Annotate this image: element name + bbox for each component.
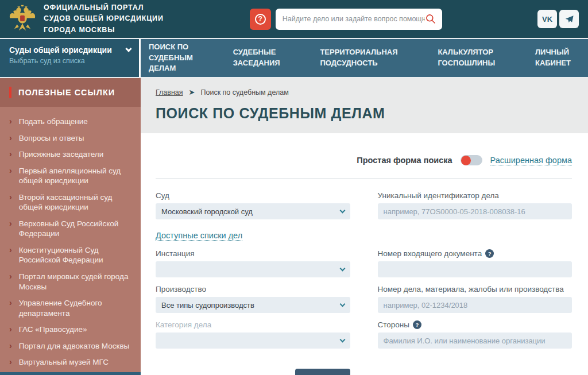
- assistant-help-button[interactable]: ?: [250, 9, 271, 30]
- chevron-right-icon: ›: [9, 298, 12, 318]
- nav-item-personal-cabinet[interactable]: ЛИЧНЫЙ КАБИНЕТ: [535, 47, 571, 69]
- chevron-right-icon: ›: [9, 117, 12, 127]
- sidebar-item-jurors[interactable]: › Присяжные заседатели: [9, 149, 134, 160]
- breadcrumb-block: Главная ➤ Поиск по судебным делам ПОИСК …: [141, 78, 588, 133]
- social-buttons: VK: [537, 10, 579, 28]
- sidebar-item-first-appellate[interactable]: › Первый апелляционный суд общей юрисдик…: [9, 166, 134, 186]
- telegram-button[interactable]: [559, 10, 579, 28]
- incoming-field: [378, 261, 572, 277]
- case-number-input[interactable]: [384, 301, 567, 310]
- chevron-right-icon: ›: [9, 149, 12, 160]
- sidebar-title: ПОЛЕЗНЫЕ ССЫЛКИ: [18, 88, 115, 97]
- category-select[interactable]: [156, 333, 350, 349]
- vk-button[interactable]: VK: [537, 10, 557, 28]
- nav-item-fee-calculator[interactable]: КАЛЬКУЛЯТОР ГОСПОШЛИНЫ: [438, 47, 495, 69]
- breadcrumb-separator-icon: ➤: [189, 88, 195, 96]
- search-form-panel: Простая форма поиска Расширенная форма С…: [141, 155, 588, 375]
- breadcrumb-home-link[interactable]: Главная: [156, 88, 183, 96]
- sidebar-item-second-cassation[interactable]: › Второй кассационный суд общей юрисдикц…: [9, 192, 134, 212]
- sidebar-item-magistrates-portal[interactable]: › Портал мировых судей города Москвы: [9, 272, 134, 292]
- top-header: ОФИЦИАЛЬНЫЙ ПОРТАЛ СУДОВ ОБЩЕЙ ЮРИСДИКЦИ…: [0, 0, 588, 39]
- main-area: ПОЛЕЗНЫЕ ССЫЛКИ › Подать обращение › Воп…: [0, 78, 588, 375]
- chevron-right-icon: ›: [9, 341, 12, 351]
- sidebar: ПОЛЕЗНЫЕ ССЫЛКИ › Подать обращение › Воп…: [0, 78, 141, 375]
- nav-menu: ПОИСК ПО СУДЕБНЫМ ДЕЛАМ СУДЕБНЫЕ ЗАСЕДАН…: [141, 39, 588, 77]
- content: Главная ➤ Поиск по судебным делам ПОИСК …: [141, 78, 588, 375]
- main-nav: Суды общей юрисдикции Выбрать суд из спи…: [0, 39, 588, 78]
- chevron-right-icon: ›: [9, 357, 12, 368]
- available-lists-cell: Доступные списки дел: [156, 227, 350, 242]
- sidebar-item-judicial-department[interactable]: › Управление Судебного департамента: [9, 298, 134, 318]
- page-title: ПОИСК ПО СУДЕБНЫМ ДЕЛАМ: [156, 105, 572, 122]
- chevron-down-icon: [339, 337, 345, 343]
- uid-field-group: Уникальный идентификатор дела: [378, 191, 572, 219]
- spacer-cell: [378, 227, 572, 242]
- nav-item-case-search[interactable]: ПОИСК ПО СУДЕБНЫМ ДЕЛАМ: [149, 42, 193, 75]
- sidebar-list: › Подать обращение › Вопросы и ответы › …: [0, 107, 141, 372]
- instance-field-group: Инстанция: [156, 249, 350, 277]
- accent-bar: [9, 87, 11, 98]
- uid-field: [378, 203, 572, 219]
- sidebar-item-virtual-museum[interactable]: › Виртуальный музей МГС: [9, 357, 134, 368]
- instance-select[interactable]: [156, 261, 350, 277]
- incoming-label: Номер входящего документа ?: [378, 249, 572, 258]
- sidebar-item-constitutional-court[interactable]: › Конституционный Суд Российской Федерац…: [9, 245, 134, 265]
- sidebar-item-faq[interactable]: › Вопросы и ответы: [9, 133, 134, 144]
- sidebar-bottom-strip: [0, 372, 141, 375]
- simple-form-label: Простая форма поиска: [357, 156, 452, 165]
- nav-item-hearings[interactable]: СУДЕБНЫЕ ЗАСЕДАНИЯ: [233, 47, 280, 69]
- chevron-right-icon: ›: [9, 192, 12, 212]
- parties-label: Стороны ?: [378, 320, 572, 329]
- court-select[interactable]: Московский городской суд: [156, 203, 350, 219]
- incoming-input[interactable]: [384, 265, 567, 274]
- help-icon[interactable]: ?: [485, 249, 494, 258]
- chevron-down-icon: [125, 45, 131, 52]
- sidebar-item-supreme-court[interactable]: › Верховный Суд Российской Федерации: [9, 219, 134, 239]
- parties-field-group: Стороны ?: [378, 320, 572, 349]
- sidebar-header: ПОЛЕЗНЫЕ ССЫЛКИ: [0, 78, 141, 107]
- court-selector[interactable]: Суды общей юрисдикции Выбрать суд из спи…: [0, 39, 141, 77]
- coat-of-arms-icon: [8, 5, 37, 33]
- uid-input[interactable]: [384, 207, 567, 216]
- choose-court-link[interactable]: Выбрать суд из списка: [9, 57, 131, 65]
- court-label: Суд: [156, 191, 350, 200]
- chevron-right-icon: ›: [9, 272, 12, 292]
- case-number-field: [378, 297, 572, 313]
- incoming-field-group: Номер входящего документа ?: [378, 249, 572, 277]
- proceeding-label: Производство: [156, 285, 350, 293]
- search-submit-button[interactable]: Найти: [295, 369, 350, 375]
- advanced-form-link[interactable]: Расширенная форма: [490, 156, 572, 165]
- header-search-group: ?: [250, 9, 442, 30]
- sidebar-item-gas-pravosudie[interactable]: › ГАС «Правосудие»: [9, 324, 134, 335]
- case-number-field-group: Номер дела, материала, жалобы или произв…: [378, 285, 572, 313]
- search-form: Суд Московский городской суд Уникальный …: [156, 179, 572, 375]
- site-logo[interactable]: ОФИЦИАЛЬНЫЙ ПОРТАЛ СУДОВ ОБЩЕЙ ЮРИСДИКЦИ…: [8, 2, 164, 36]
- proceeding-select[interactable]: Все типы судопроизводств: [156, 297, 350, 313]
- court-selector-title: Суды общей юрисдикции: [9, 45, 112, 55]
- search-input[interactable]: [283, 15, 425, 23]
- chevron-right-icon: ›: [9, 133, 12, 144]
- help-icon[interactable]: ?: [413, 320, 421, 329]
- chevron-right-icon: ›: [9, 166, 12, 186]
- chevron-right-icon: ›: [9, 245, 12, 265]
- show-all-cell: Показать все: [378, 369, 572, 375]
- search-icon[interactable]: [425, 13, 436, 25]
- submit-cell: Найти: [156, 369, 350, 375]
- category-label: Категория дела: [156, 320, 350, 329]
- sidebar-item-lawyers-portal[interactable]: › Портал для адвокатов Москвы: [9, 341, 134, 351]
- search-box: [276, 9, 442, 30]
- case-number-label: Номер дела, материала, жалобы или произв…: [378, 285, 572, 293]
- chevron-down-icon: [339, 266, 345, 272]
- form-mode-toggle[interactable]: [461, 155, 482, 165]
- breadcrumb-current: Поиск по судебным делам: [200, 88, 288, 96]
- instance-label: Инстанция: [156, 249, 350, 258]
- available-lists-link[interactable]: Доступные списки дел: [156, 231, 242, 241]
- nav-item-jurisdiction[interactable]: ТЕРРИТОРИАЛЬНАЯ ПОДСУДНОСТЬ: [320, 47, 397, 69]
- form-mode-row: Простая форма поиска Расширенная форма: [156, 155, 572, 165]
- court-selector-toggle[interactable]: Суды общей юрисдикции: [9, 45, 131, 55]
- vk-icon: VK: [542, 15, 552, 24]
- breadcrumb: Главная ➤ Поиск по судебным делам: [156, 88, 572, 96]
- sidebar-item-submit-appeal[interactable]: › Подать обращение: [9, 117, 134, 127]
- category-field-group: Категория дела: [156, 320, 350, 349]
- parties-input[interactable]: [384, 337, 567, 345]
